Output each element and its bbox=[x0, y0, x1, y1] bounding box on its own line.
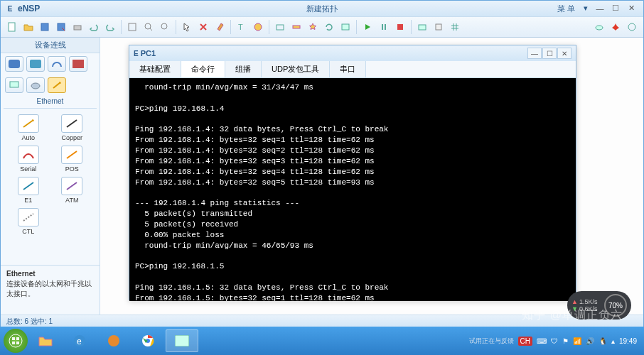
svg-point-18 bbox=[628, 23, 635, 31]
tray-time[interactable]: 19:49 bbox=[619, 337, 637, 345]
ime-status[interactable]: 试用正在与反馈 bbox=[469, 337, 514, 346]
undo-icon[interactable] bbox=[87, 20, 101, 34]
close-button[interactable]: ✕ bbox=[623, 2, 639, 15]
save-icon[interactable] bbox=[38, 20, 52, 34]
app-logo-icon: E bbox=[5, 4, 15, 13]
tray-flag-icon[interactable]: ⚑ bbox=[562, 337, 569, 345]
toolbar-separator bbox=[121, 20, 122, 34]
menu-dropdown-icon[interactable]: ▾ bbox=[579, 2, 592, 16]
windows-taskbar: e 试用正在与反馈 CH ⌨ 🛡 ⚑ 📶 🔊 🐧 ▴ 19:49 bbox=[0, 327, 644, 355]
broom-icon[interactable] bbox=[213, 20, 227, 34]
svg-rect-10 bbox=[293, 26, 300, 28]
tray-penguin-icon[interactable]: 🐧 bbox=[599, 337, 607, 345]
open-icon[interactable] bbox=[21, 20, 36, 34]
star-icon[interactable] bbox=[306, 20, 320, 34]
print-icon[interactable] bbox=[70, 20, 85, 34]
task-explorer[interactable] bbox=[29, 329, 62, 352]
grid-icon[interactable] bbox=[448, 20, 462, 34]
tab-command-line[interactable]: 命令行 bbox=[181, 61, 225, 77]
new-icon[interactable] bbox=[5, 20, 19, 34]
category-label: Ethernet bbox=[1, 96, 100, 106]
task-app[interactable] bbox=[166, 329, 198, 352]
tab-serial[interactable]: 串口 bbox=[330, 61, 366, 77]
pc-titlebar[interactable]: E PC1 — ☐ ✕ bbox=[129, 45, 576, 61]
zoomout-icon[interactable] bbox=[158, 20, 172, 34]
palette-icon[interactable] bbox=[251, 20, 265, 34]
text-icon[interactable]: T bbox=[235, 20, 249, 34]
pc-minimize-button[interactable]: — bbox=[527, 48, 542, 59]
svg-point-17 bbox=[596, 26, 603, 30]
pc-close-button[interactable]: ✕ bbox=[557, 48, 571, 59]
rect-icon[interactable] bbox=[273, 20, 287, 34]
window-icon[interactable] bbox=[338, 20, 353, 34]
svg-rect-12 bbox=[382, 24, 383, 30]
cable-auto[interactable] bbox=[18, 114, 39, 133]
pc-category-icon[interactable] bbox=[5, 77, 23, 93]
tray-volume-icon[interactable]: 🔊 bbox=[586, 337, 594, 345]
redo-icon[interactable] bbox=[103, 20, 117, 34]
tray-shield-icon[interactable]: 🛡 bbox=[551, 337, 558, 345]
app-window: E eNSP 新建拓扑 菜 单 ▾ — ☐ ✕ T bbox=[0, 0, 644, 327]
document-title: 新建拓扑 bbox=[306, 4, 338, 14]
delete-icon[interactable] bbox=[196, 20, 210, 34]
start-button[interactable] bbox=[4, 329, 28, 353]
cable-copper[interactable] bbox=[61, 114, 82, 133]
tray-network-icon[interactable]: 📶 bbox=[573, 337, 581, 345]
task-chrome[interactable] bbox=[132, 329, 164, 352]
sidebar-header: 设备连线 bbox=[1, 38, 100, 53]
menu-button[interactable]: 菜 单 bbox=[553, 2, 579, 16]
huawei-icon[interactable] bbox=[608, 20, 623, 34]
capture-icon[interactable] bbox=[415, 20, 429, 34]
select-icon[interactable] bbox=[180, 20, 194, 34]
toolbar-separator bbox=[411, 20, 412, 34]
pause-icon[interactable] bbox=[377, 20, 391, 34]
cable-atm[interactable] bbox=[61, 177, 82, 195]
cable-pos[interactable] bbox=[61, 146, 82, 164]
help-icon[interactable] bbox=[625, 20, 639, 34]
svg-text:e: e bbox=[77, 337, 82, 346]
firewall-category-icon[interactable] bbox=[69, 56, 87, 72]
tray-more-icon[interactable]: ▴ bbox=[611, 337, 615, 345]
tab-basic-config[interactable]: 基础配置 bbox=[129, 61, 181, 77]
server-icon[interactable] bbox=[431, 20, 446, 34]
switch-category-icon[interactable] bbox=[26, 56, 45, 72]
connection-category-icon[interactable] bbox=[48, 77, 66, 93]
play-icon[interactable] bbox=[360, 20, 375, 34]
stop-icon[interactable] bbox=[393, 20, 407, 34]
zoomfit-icon[interactable] bbox=[125, 20, 139, 34]
cloud-category-icon[interactable] bbox=[26, 77, 45, 93]
svg-point-24 bbox=[9, 334, 22, 347]
cable-e1[interactable] bbox=[18, 177, 39, 195]
cable-grid: Auto Copper Serial POS E1 ATM CTL bbox=[1, 110, 100, 239]
cable-ctl[interactable] bbox=[18, 208, 39, 226]
toolbar-separator bbox=[176, 20, 176, 34]
terminal-output[interactable]: round-trip min/avg/max = 31/34/47 ms PC>… bbox=[129, 78, 576, 301]
wlan-category-icon[interactable] bbox=[48, 56, 66, 72]
tab-udp-tool[interactable]: UDP发包工具 bbox=[262, 61, 330, 77]
task-player[interactable] bbox=[97, 329, 130, 352]
svg-rect-16 bbox=[436, 24, 441, 30]
tray-keyboard-icon[interactable]: ⌨ bbox=[537, 337, 547, 345]
svg-point-8 bbox=[254, 23, 262, 31]
tab-multicast[interactable]: 组播 bbox=[225, 61, 262, 77]
minimize-button[interactable]: — bbox=[592, 2, 608, 15]
zoomin-icon[interactable] bbox=[141, 20, 156, 34]
main-toolbar: T bbox=[1, 16, 643, 38]
svg-rect-1 bbox=[41, 23, 48, 31]
svg-rect-9 bbox=[277, 25, 284, 30]
refresh-icon[interactable] bbox=[322, 20, 336, 34]
cloud-icon[interactable] bbox=[592, 20, 606, 34]
svg-point-23 bbox=[31, 83, 40, 89]
maximize-button[interactable]: ☐ bbox=[608, 2, 623, 15]
tray-ch-icon[interactable]: CH bbox=[518, 337, 532, 346]
device-category-row bbox=[1, 53, 100, 75]
saveas-icon[interactable] bbox=[54, 20, 68, 34]
topology-canvas[interactable]: E PC1 — ☐ ✕ 基础配置 命令行 组播 UDP发包工具 串口 round… bbox=[100, 38, 643, 315]
system-tray: 试用正在与反馈 CH ⌨ 🛡 ⚑ 📶 🔊 🐧 ▴ 19:49 bbox=[469, 337, 641, 346]
svg-rect-15 bbox=[419, 25, 426, 30]
router-category-icon[interactable] bbox=[5, 56, 23, 72]
cable-serial[interactable] bbox=[18, 146, 39, 164]
task-ie[interactable]: e bbox=[63, 329, 96, 352]
ruler-icon[interactable] bbox=[289, 20, 304, 34]
pc-maximize-button[interactable]: ☐ bbox=[542, 48, 557, 59]
